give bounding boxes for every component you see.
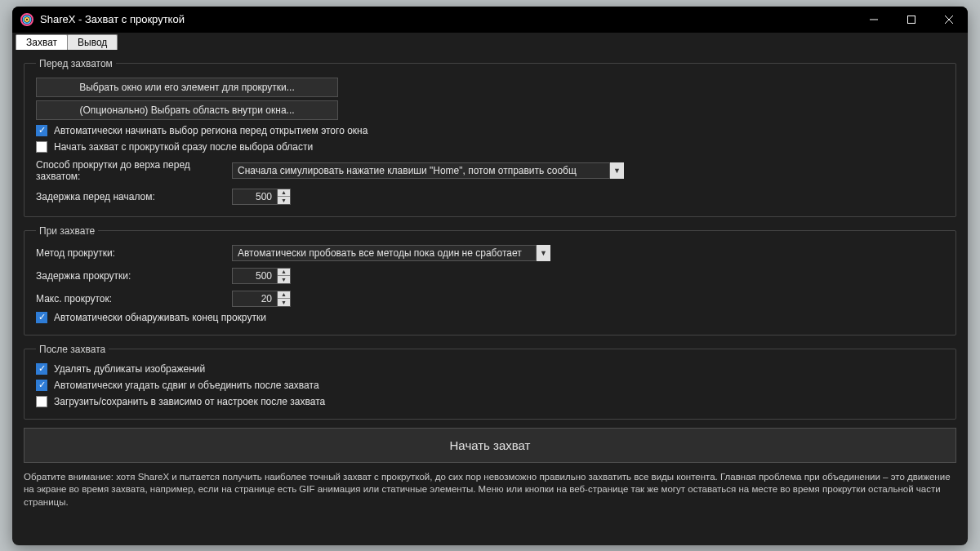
start-delay-label: Задержка перед началом:	[36, 191, 232, 202]
max-scroll-up-button[interactable]: ▲	[278, 291, 290, 300]
svg-point-1	[24, 16, 31, 23]
chevron-down-icon: ▼	[536, 245, 550, 261]
svg-point-2	[25, 18, 29, 21]
select-window-button[interactable]: Выбрать окно или его элемент для прокрут…	[36, 78, 338, 97]
auto-guess-checkbox[interactable]	[36, 380, 47, 391]
auto-detect-end-label: Автоматически обнаруживать конец прокрут…	[54, 312, 266, 323]
scroll-delay-up-button[interactable]: ▲	[278, 269, 290, 277]
scroll-delay-label: Задержка прокрутки:	[36, 270, 232, 282]
sharex-icon	[20, 13, 33, 26]
max-scroll-down-button[interactable]: ▼	[278, 299, 290, 306]
minimize-button[interactable]	[855, 7, 893, 33]
before-capture-group: Перед захватом Выбрать окно или его элем…	[24, 58, 956, 217]
scroll-delay-input[interactable]: 500	[232, 268, 278, 284]
upload-save-label: Загрузить/сохранить в зависимо от настро…	[54, 396, 325, 407]
chevron-down-icon: ▼	[609, 162, 624, 179]
scroll-delay-down-button[interactable]: ▼	[278, 276, 290, 283]
start-delay-up-button[interactable]: ▲	[278, 189, 290, 198]
start-after-region-checkbox[interactable]	[36, 141, 47, 153]
while-capture-legend: При захвате	[36, 225, 98, 237]
tab-output[interactable]: Вывод	[67, 34, 118, 50]
scroll-method-select[interactable]: Автоматически пробовать все методы пока …	[232, 245, 550, 261]
after-capture-legend: После захвата	[36, 344, 109, 355]
content-area: Перед захватом Выбрать окно или его элем…	[12, 50, 968, 545]
auto-guess-label: Автоматически угадать сдвиг и объединить…	[54, 380, 319, 391]
auto-detect-end-checkbox[interactable]	[36, 312, 47, 323]
start-after-region-label: Начать захват с прокруткой сразу после в…	[54, 141, 313, 153]
start-delay-down-button[interactable]: ▼	[278, 197, 290, 204]
start-capture-button[interactable]: Начать захват	[24, 428, 956, 463]
remove-duplicates-checkbox[interactable]	[36, 363, 47, 375]
svg-rect-4	[908, 16, 915, 23]
window-controls	[855, 7, 968, 33]
maximize-button[interactable]	[893, 7, 930, 33]
app-window: ShareX - Захват с прокруткой Захват Выво…	[12, 7, 968, 545]
upload-save-checkbox[interactable]	[36, 396, 47, 407]
scroll-method-label: Метод прокрутки:	[36, 247, 232, 259]
select-region-button[interactable]: (Опционально) Выбрать область внутри окн…	[36, 100, 338, 120]
auto-start-region-label: Автоматически начинать выбор региона пер…	[54, 125, 368, 136]
scroll-method-value: Автоматически пробовать все методы пока …	[238, 247, 522, 259]
notice-text: Обратите внимание: хотя ShareX и пытаетс…	[24, 471, 956, 509]
before-capture-legend: Перед захватом	[36, 58, 116, 69]
remove-duplicates-label: Удалять дубликаты изображений	[54, 363, 205, 375]
auto-start-region-checkbox[interactable]	[36, 125, 47, 136]
max-scroll-input[interactable]: 20	[232, 291, 278, 307]
after-capture-group: После захвата Удалять дубликаты изображе…	[24, 344, 956, 420]
tab-capture[interactable]: Захват	[16, 34, 68, 50]
scroll-top-method-select[interactable]: Сначала симулировать нажатие клавиши "Ho…	[232, 162, 624, 179]
scroll-top-method-label: Способ прокрутки до верха перед захватом…	[36, 159, 232, 182]
while-capture-group: При захвате Метод прокрутки: Автоматичес…	[24, 225, 956, 335]
titlebar: ShareX - Захват с прокруткой	[12, 7, 968, 33]
max-scroll-label: Макс. прокруток:	[36, 293, 232, 304]
tab-bar: Захват Вывод	[12, 33, 968, 50]
window-title: ShareX - Захват с прокруткой	[40, 13, 185, 25]
start-delay-input[interactable]: 500	[232, 189, 278, 205]
close-button[interactable]	[930, 7, 968, 33]
scroll-top-method-value: Сначала симулировать нажатие клавиши "Ho…	[238, 165, 577, 176]
